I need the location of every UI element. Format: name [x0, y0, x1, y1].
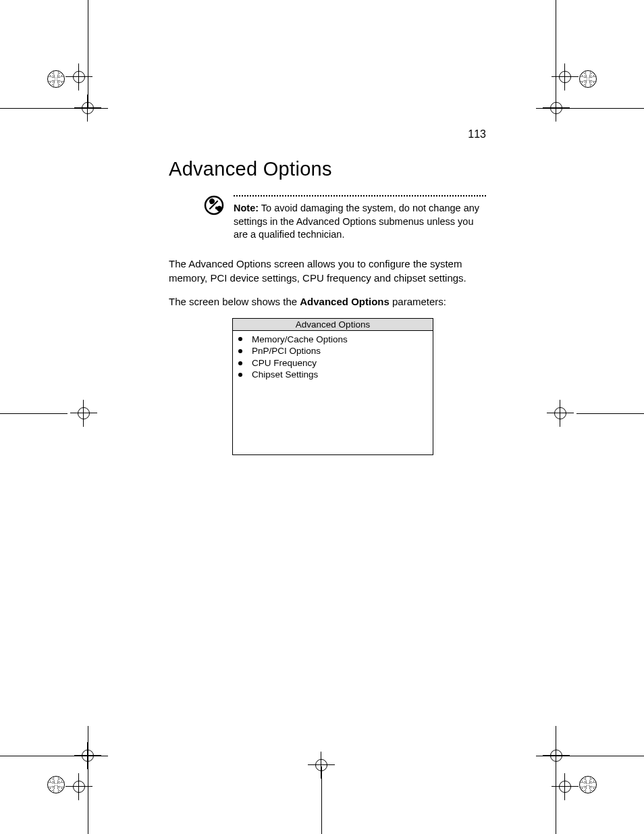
- dotted-rule: [234, 195, 486, 197]
- list-item: Memory/Cache Options: [238, 334, 427, 346]
- p2-post: parameters:: [390, 296, 446, 307]
- intro-paragraph: The Advanced Options screen allows you t…: [169, 257, 486, 285]
- note-text: Note: To avoid damaging the system, do n…: [234, 202, 486, 242]
- option-label: Memory/Cache Options: [252, 334, 348, 346]
- page-number: 113: [468, 128, 486, 140]
- note-label: Note:: [234, 203, 259, 213]
- svg-point-2: [215, 207, 218, 209]
- p2-pre: The screen below shows the: [169, 296, 300, 307]
- screenshot-options-list: Memory/Cache Options PnP/PCI Options CPU…: [233, 331, 433, 384]
- screenshot-title: Advanced Options: [233, 319, 433, 331]
- bullet-icon: [238, 337, 242, 341]
- svg-point-1: [210, 201, 213, 204]
- screenshot-intro: The screen below shows the Advanced Opti…: [169, 294, 486, 309]
- bullet-icon: [238, 349, 242, 353]
- option-label: CPU Frequency: [252, 357, 317, 369]
- p2-bold: Advanced Options: [300, 296, 390, 307]
- option-label: PnP/PCI Options: [252, 345, 321, 357]
- bullet-icon: [238, 373, 242, 377]
- page-content: 113 Advanced Options Note: To avoid dama…: [169, 128, 486, 455]
- option-label: Chipset Settings: [252, 369, 318, 381]
- list-item: PnP/PCI Options: [238, 345, 427, 357]
- bullet-icon: [238, 361, 242, 365]
- list-item: Chipset Settings: [238, 369, 427, 381]
- note-block: Note: To avoid damaging the system, do n…: [204, 195, 486, 242]
- note-icon: [204, 195, 224, 215]
- list-item: CPU Frequency: [238, 357, 427, 369]
- page-heading: Advanced Options: [169, 158, 486, 180]
- note-body-text: To avoid damaging the system, do not cha…: [234, 203, 479, 240]
- bios-screenshot: Advanced Options Memory/Cache Options Pn…: [232, 318, 433, 455]
